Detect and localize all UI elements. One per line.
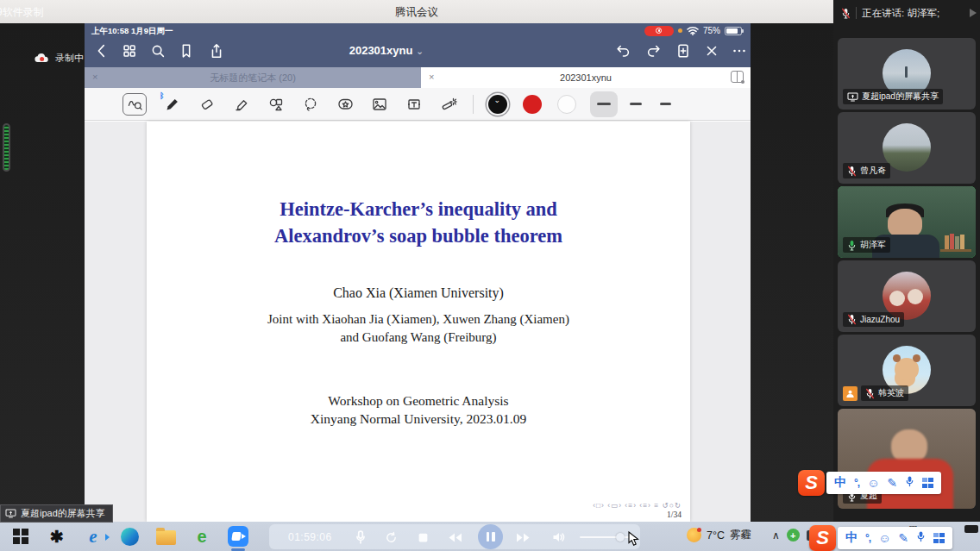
screen-share-icon <box>847 92 858 102</box>
battery-icon <box>725 27 742 35</box>
name-badge: JiazuZhou <box>843 312 904 327</box>
stroke-thick-selected[interactable] <box>590 91 618 117</box>
split-view-icon[interactable] <box>731 71 744 83</box>
slide-coauthors: Joint with Xiaohan Jia (Xiamen), Xuwen Z… <box>147 310 690 346</box>
tab-close-icon[interactable]: × <box>92 72 97 82</box>
add-page-button[interactable] <box>673 41 694 61</box>
tencent-meeting-taskbar-icon[interactable] <box>228 526 248 547</box>
tray-widget <box>964 525 978 533</box>
toolbar-divider <box>473 95 474 114</box>
sogou-logo[interactable]: S <box>809 525 836 551</box>
screen-recording-pill[interactable] <box>644 26 674 36</box>
grid-view-button[interactable] <box>119 41 140 61</box>
color-white[interactable] <box>557 95 576 114</box>
participant-tile-screen-share[interactable]: 夏超ipad的屏幕共享 <box>838 38 976 110</box>
ime-emoji-icon[interactable]: ☺ <box>878 531 890 545</box>
text-tool[interactable] <box>404 94 424 115</box>
participant-tile[interactable]: JiazuZhou <box>838 260 976 332</box>
ime-menu-grid-icon[interactable] <box>922 478 933 488</box>
ime-handwriting-icon[interactable]: ✎ <box>887 476 897 490</box>
deck-restart-icon[interactable] <box>382 529 399 546</box>
ime-emoji-icon[interactable]: ☺ <box>867 476 879 490</box>
weather-widget[interactable]: 7°C 雾霾 <box>687 528 751 542</box>
file-explorer-icon[interactable] <box>155 526 176 547</box>
tab-current-document[interactable]: × 202301xynu <box>421 67 751 88</box>
share-button[interactable] <box>206 41 227 61</box>
slide-page[interactable]: Heintze-Karcher’s inequality and Alexand… <box>147 122 690 522</box>
ime-voice-icon[interactable] <box>916 530 926 546</box>
name-badge: 韩英波 <box>861 385 908 401</box>
sidebar-header: 正在讲话: 胡泽军; <box>833 0 980 26</box>
ime-menu-grid-icon[interactable] <box>933 533 944 543</box>
slide-venue: Workshop on Geometric Analysis Xinyang N… <box>147 391 690 428</box>
elements-sticker-tool[interactable] <box>335 94 355 115</box>
goodnotes-nav-bar: 上午10:58 1月9日周一 75% <box>85 23 751 67</box>
tab-bar: × 无标题的笔记本 (20) × 202301xynu <box>85 67 751 88</box>
participant-name: JiazuZhou <box>860 315 900 324</box>
screen: 9软件录制 腾讯会议 录制中 上午10:58 1月9日周一 <box>0 0 980 551</box>
deck-volume-icon[interactable] <box>550 529 568 546</box>
volume-slider[interactable] <box>580 536 630 539</box>
ime-bar-floating: S 中 °, ☺ ✎ <box>798 470 941 496</box>
volume-knob[interactable] <box>616 533 625 542</box>
deck-rewind-button[interactable] <box>447 529 464 546</box>
slide-author: Chao Xia (Xiamen University) <box>147 285 690 301</box>
tray-360-icon[interactable]: + <box>787 529 800 542</box>
mic-muted-icon <box>865 388 875 399</box>
eraser-tool[interactable] <box>197 94 217 115</box>
browser-360-icon[interactable]: e <box>192 526 212 547</box>
redo-button[interactable] <box>644 41 664 61</box>
app-icon-swirl[interactable]: ✱ <box>47 526 67 547</box>
ime-voice-icon[interactable] <box>905 475 914 491</box>
ime-mode-chinese[interactable]: 中 <box>834 475 846 491</box>
shapes-tool[interactable] <box>266 94 286 115</box>
participant-tile[interactable]: 韩英波 <box>838 335 976 406</box>
ime-handwriting-icon[interactable]: ✎ <box>898 531 908 545</box>
image-tool[interactable] <box>369 94 390 115</box>
undo-button[interactable] <box>612 41 633 61</box>
weather-condition: 雾霾 <box>730 528 751 542</box>
highlighter-tool[interactable] <box>231 94 252 115</box>
color-red[interactable] <box>523 95 542 114</box>
deck-pause-button[interactable] <box>478 524 503 549</box>
pdf-nav-symbols[interactable]: ‹□› ‹▭› ‹≡› ‹≡› ≡ ↺○↻ <box>593 501 682 510</box>
search-button[interactable] <box>148 41 168 61</box>
document-title[interactable]: 202301xynu ⌄ <box>317 44 455 57</box>
tab-untitled-notebook[interactable]: × 无标题的笔记本 (20) <box>85 67 421 88</box>
sidebar-collapse-arrow[interactable] <box>970 9 977 17</box>
taskbar-app-icons: ✱ e e <box>10 522 248 551</box>
close-document-button[interactable] <box>701 41 722 61</box>
mic-muted-icon <box>847 314 857 325</box>
stroke-medium[interactable] <box>625 91 647 117</box>
document-canvas[interactable]: Heintze-Karcher’s inequality and Alexand… <box>85 122 751 522</box>
ime-punctuation[interactable]: °, <box>854 477 859 489</box>
recorder-control-deck: 01:59:06 <box>269 524 640 549</box>
participant-tile[interactable]: 曾凡奇 <box>838 112 976 184</box>
bookmark-button[interactable] <box>176 41 197 61</box>
participants-sidebar: 正在讲话: 胡泽军; 夏超ipad的屏幕共享 <box>833 0 980 522</box>
tab-close-icon[interactable]: × <box>429 72 434 82</box>
start-button[interactable] <box>10 526 31 547</box>
deck-stop-button[interactable] <box>414 529 431 546</box>
sogou-logo[interactable]: S <box>798 470 825 496</box>
laser-pointer-tool[interactable] <box>438 94 459 115</box>
chevron-down-icon: ⌄ <box>416 46 424 56</box>
deck-mic-icon[interactable] <box>352 529 369 546</box>
read-mode-tool[interactable] <box>122 93 147 116</box>
more-options-button[interactable] <box>729 41 750 61</box>
internet-explorer-icon[interactable]: e <box>83 526 104 547</box>
ime-punctuation[interactable]: °, <box>865 532 870 544</box>
back-button[interactable] <box>91 41 112 61</box>
color-black-selected[interactable] <box>488 95 507 114</box>
pen-tool[interactable]: ᛒ <box>162 94 183 115</box>
stroke-thin[interactable] <box>654 91 676 117</box>
participant-tile-speaking[interactable]: 胡泽军 <box>838 186 976 258</box>
ime-mode-chinese[interactable]: 中 <box>845 530 858 546</box>
weather-temp: 7°C <box>707 529 725 542</box>
tab-label: 无标题的笔记本 (20) <box>210 72 296 85</box>
lasso-tool[interactable] <box>300 94 321 115</box>
edge-browser-icon[interactable] <box>119 526 140 547</box>
deck-forward-button[interactable] <box>514 529 531 546</box>
tray-expand-icon[interactable]: ∧ <box>772 529 780 542</box>
window-title: 腾讯会议 <box>0 5 833 20</box>
